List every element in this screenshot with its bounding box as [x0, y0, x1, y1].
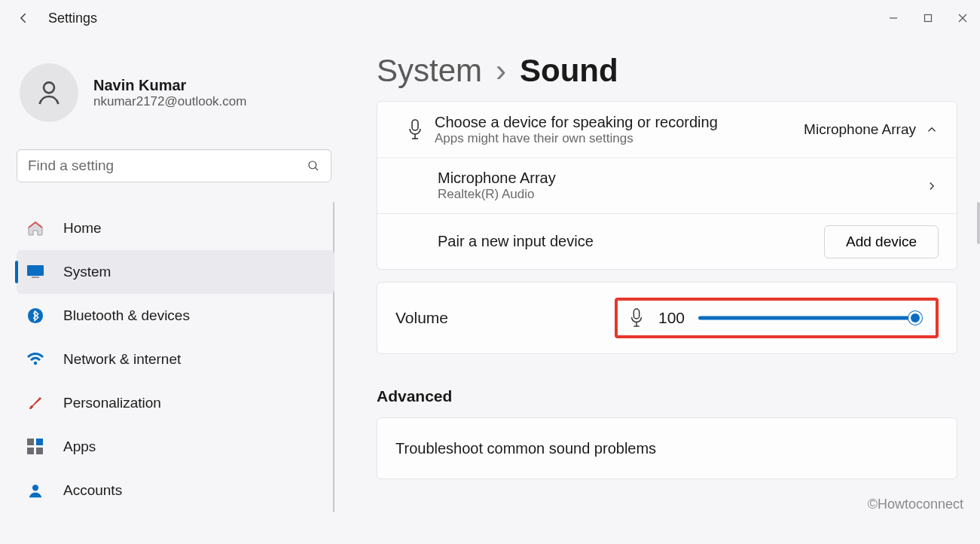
nav-label: Network & internet [63, 351, 181, 368]
row-title: Troubleshoot common sound problems [395, 440, 939, 457]
slider-thumb[interactable] [908, 311, 922, 325]
brush-icon [24, 394, 47, 412]
mic-device-row[interactable]: Microphone Array Realtek(R) Audio [377, 157, 957, 213]
svg-rect-1 [925, 15, 932, 22]
close-button[interactable] [945, 6, 980, 30]
selected-input-device: Microphone Array [804, 121, 916, 138]
slider-track [698, 316, 920, 320]
search-input[interactable] [28, 157, 307, 174]
system-icon [24, 264, 47, 280]
microphone-icon [395, 119, 435, 140]
breadcrumb: System › Sound [377, 53, 957, 89]
svg-rect-17 [633, 309, 639, 319]
svg-rect-5 [27, 265, 44, 276]
wifi-icon [24, 352, 47, 367]
volume-value: 100 [658, 309, 685, 327]
nav-label: System [63, 264, 111, 280]
row-title: Pair a new input device [438, 233, 824, 250]
nav-item-personalization[interactable]: Personalization [17, 381, 334, 425]
row-subtitle: Apps might have their own settings [435, 131, 804, 146]
volume-card: Volume 100 [377, 282, 957, 354]
svg-line-4 [315, 167, 318, 170]
nav-label: Personalization [63, 395, 161, 411]
nav-label: Accounts [63, 482, 122, 499]
search-box[interactable] [17, 149, 331, 182]
nav-label: Home [63, 220, 102, 237]
svg-rect-11 [27, 448, 34, 454]
chevron-up-icon [925, 123, 939, 136]
svg-rect-14 [412, 120, 418, 130]
svg-point-7 [28, 308, 43, 323]
titlebar: Settings [0, 0, 980, 36]
advanced-heading: Advanced [377, 387, 957, 405]
volume-label: Volume [395, 309, 448, 327]
nav-item-apps[interactable]: Apps [17, 425, 334, 469]
scrollbar[interactable] [977, 202, 980, 244]
breadcrumb-parent[interactable]: System [377, 53, 482, 89]
search-icon [307, 159, 320, 173]
svg-point-3 [309, 161, 316, 169]
nav-item-network[interactable]: Network & internet [17, 338, 334, 381]
microphone-icon [628, 308, 645, 328]
svg-rect-12 [36, 448, 43, 454]
avatar [20, 63, 78, 122]
nav-item-bluetooth[interactable]: Bluetooth & devices [17, 294, 334, 338]
svg-rect-10 [36, 439, 43, 445]
svg-point-13 [32, 484, 38, 491]
watermark: ©Howtoconnect [868, 497, 963, 512]
nav-item-system[interactable]: System [17, 250, 334, 294]
profile-name: Navin Kumar [93, 76, 246, 94]
add-device-button[interactable]: Add device [824, 225, 939, 258]
profile-block[interactable]: Navin Kumar nkumar2172@outlook.com [17, 63, 334, 122]
window-controls [876, 6, 980, 30]
home-icon [24, 219, 47, 237]
nav-item-home[interactable]: Home [17, 206, 334, 250]
svg-rect-9 [27, 439, 34, 445]
row-title: Choose a device for speaking or recordin… [435, 114, 804, 131]
nav-item-accounts[interactable]: Accounts [17, 469, 334, 512]
chevron-right-icon: › [496, 53, 506, 89]
profile-email: nkumar2172@outlook.com [93, 94, 246, 109]
input-devices-card: Choose a device for speaking or recordin… [377, 101, 957, 270]
svg-rect-6 [32, 277, 39, 278]
apps-icon [24, 439, 47, 455]
maximize-button[interactable] [911, 6, 945, 30]
row-subtitle: Realtek(R) Audio [438, 187, 925, 202]
svg-point-8 [34, 362, 37, 365]
troubleshoot-card[interactable]: Troubleshoot common sound problems [377, 417, 957, 479]
back-button[interactable] [6, 0, 42, 36]
app-title: Settings [48, 11, 97, 26]
volume-slider[interactable] [698, 311, 920, 325]
pair-device-row: Pair a new input device Add device [377, 213, 957, 269]
nav-label: Bluetooth & devices [63, 307, 190, 324]
breadcrumb-current: Sound [520, 53, 618, 89]
bluetooth-icon [24, 307, 47, 324]
sidebar: Navin Kumar nkumar2172@outlook.com Home … [0, 36, 347, 544]
highlight-annotation: 100 [615, 298, 939, 338]
chevron-right-icon [925, 179, 939, 193]
main-content: System › Sound Choose a device for speak… [347, 36, 980, 544]
nav-label: Apps [63, 439, 96, 455]
svg-point-2 [44, 82, 54, 93]
nav: Home System Bluetooth & devices Network … [17, 206, 334, 512]
row-title: Microphone Array [438, 170, 925, 187]
minimize-button[interactable] [876, 6, 911, 30]
input-header-row[interactable]: Choose a device for speaking or recordin… [377, 102, 957, 157]
accounts-icon [24, 482, 47, 499]
